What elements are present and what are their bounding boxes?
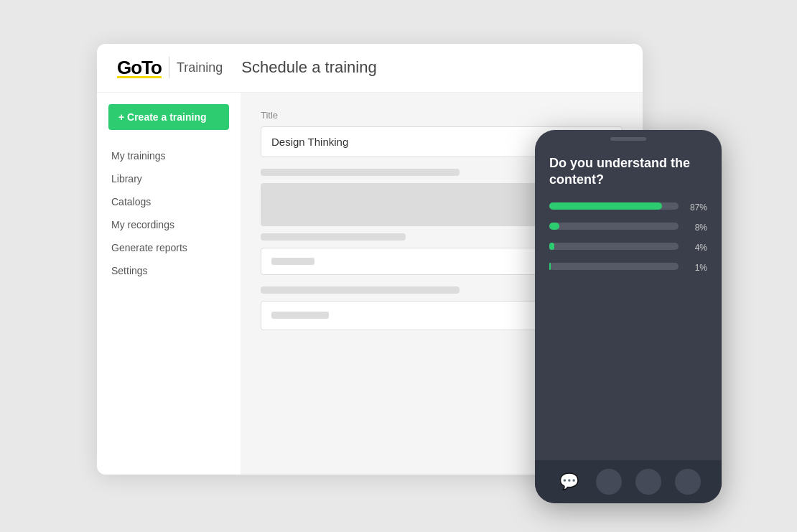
poll-bar-wrap-2: [549, 223, 679, 233]
poll-item-4: 1%: [549, 263, 707, 273]
placeholder-bar-1: [261, 169, 460, 176]
page-title: Schedule a training: [241, 58, 376, 77]
poll-bar-wrap-4: [549, 263, 679, 273]
sidebar-item-catalogs[interactable]: Catalogs: [108, 190, 229, 213]
phone-bottom-bar: 💬: [535, 460, 722, 503]
phone-notch: [610, 137, 646, 141]
phone-content: Do you understand the content? 87%: [535, 144, 722, 460]
placeholder-bar-3: [261, 286, 460, 294]
poll-fill-4: [549, 263, 551, 270]
poll-fill-3: [549, 243, 554, 250]
poll-question: Do you understand the content?: [549, 155, 707, 189]
date-value: [271, 312, 329, 319]
product-label: Training: [177, 60, 223, 75]
poll-item-2: 8%: [549, 223, 707, 233]
sidebar: + Create a training My trainings Library…: [97, 93, 241, 475]
sidebar-item-generate-reports[interactable]: Generate reports: [108, 236, 229, 259]
logo-area: GoTo Training: [117, 57, 223, 79]
create-training-button[interactable]: + Create a training: [108, 104, 229, 130]
sidebar-nav: My trainings Library Catalogs My recordi…: [97, 144, 241, 282]
chat-icon: 💬: [559, 472, 579, 491]
poll-bar-wrap-1: [549, 202, 679, 213]
poll-item-1: 87%: [549, 202, 707, 213]
phone-notch-bar: [535, 130, 722, 144]
poll-fill-1: [549, 202, 662, 210]
poll-bg-2: [549, 223, 679, 230]
sidebar-item-my-recordings[interactable]: My recordings: [108, 213, 229, 236]
phone-overlay: Do you understand the content? 87%: [535, 130, 722, 503]
placeholder-bar-2: [261, 233, 406, 241]
poll-pct-4: 1%: [684, 263, 707, 273]
chat-button[interactable]: 💬: [556, 469, 582, 495]
dropdown-value: [271, 258, 314, 265]
bottom-button-2[interactable]: [635, 469, 661, 495]
title-label: Title: [261, 110, 623, 121]
poll-pct-3: 4%: [684, 243, 707, 253]
poll-row-3: 4%: [549, 243, 707, 253]
poll-bar-wrap-3: [549, 243, 679, 253]
bottom-button-1[interactable]: [596, 469, 622, 495]
sidebar-item-my-trainings[interactable]: My trainings: [108, 144, 229, 167]
poll-row-4: 1%: [549, 263, 707, 273]
scene: GoTo Training Schedule a training + Crea…: [75, 29, 722, 503]
poll-row-2: 8%: [549, 223, 707, 233]
poll-bg-4: [549, 263, 679, 270]
poll-pct-1: 87%: [684, 202, 707, 213]
logo-divider: [169, 57, 169, 78]
poll-item-3: 4%: [549, 243, 707, 253]
card-header: GoTo Training Schedule a training: [97, 44, 643, 93]
poll-pct-2: 8%: [684, 223, 707, 233]
poll-row-1: 87%: [549, 202, 707, 213]
sidebar-item-library[interactable]: Library: [108, 167, 229, 190]
bottom-button-3[interactable]: [675, 469, 701, 495]
poll-bg-1: [549, 202, 679, 210]
sidebar-item-settings[interactable]: Settings: [108, 259, 229, 282]
poll-fill-2: [549, 223, 559, 230]
goto-logo: GoTo: [117, 57, 162, 79]
poll-bg-3: [549, 243, 679, 250]
